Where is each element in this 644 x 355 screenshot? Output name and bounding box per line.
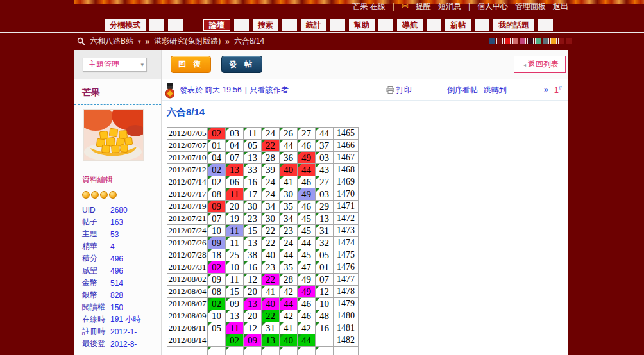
cell-note-corner-icon	[298, 128, 301, 131]
theme-square-5[interactable]	[520, 38, 526, 44]
stat-value: 163	[110, 218, 123, 227]
nav-blank-1[interactable]	[149, 19, 164, 31]
post-title: 六合8/14	[167, 106, 563, 119]
draw-number-cell: 36	[280, 152, 298, 164]
cell-note-corner-icon	[316, 249, 319, 252]
short-messages-link[interactable]: 短消息	[438, 1, 461, 12]
issue-number-cell: 1478	[334, 286, 359, 298]
floor-number: 1#	[554, 85, 562, 95]
cell-note-corner-icon	[298, 201, 301, 204]
draw-number-cell: 42	[280, 286, 298, 298]
nav-forum[interactable]: 論壇	[203, 19, 230, 31]
draw-number-cell: 24	[262, 176, 280, 188]
admin-panel-link[interactable]: 管理面板	[515, 1, 546, 12]
jump-go-arrow[interactable]: »	[544, 85, 548, 94]
draw-number-cell: 11	[226, 188, 244, 201]
cell-note-corner-icon	[262, 213, 266, 216]
draw-number-cell: 02	[208, 128, 226, 140]
table-row: 2012/07/24101115222345311473	[167, 225, 359, 237]
logout-link[interactable]: 退出	[553, 1, 568, 12]
draw-number-cell: 22	[262, 225, 280, 237]
draw-number-cell: 04	[208, 152, 226, 164]
nav-search[interactable]: 搜索	[253, 19, 278, 31]
breadcrumb-section[interactable]: 港彩研究(兔附版路)	[154, 36, 221, 47]
cell-note-corner-icon	[262, 249, 266, 252]
draw-number-cell: 30	[262, 213, 280, 225]
draw-number-cell: 48	[316, 310, 334, 322]
new-post-button[interactable]: 發 帖	[221, 56, 262, 73]
draw-number-cell: 41	[280, 176, 298, 188]
cell-note-corner-icon	[208, 128, 212, 131]
theme-square-6[interactable]	[527, 38, 534, 44]
nav-new-posts[interactable]: 新帖	[445, 19, 471, 31]
reply-button[interactable]: 回 復	[171, 56, 211, 73]
theme-square-4[interactable]	[512, 38, 518, 44]
nav-blank-8[interactable]	[475, 19, 489, 31]
nav-blank-3[interactable]	[234, 19, 249, 31]
theme-square-8[interactable]	[543, 38, 549, 44]
nav-stats[interactable]: 統計	[301, 19, 326, 31]
cell-note-corner-icon	[280, 201, 284, 204]
cell-note-corner-icon	[280, 128, 284, 131]
theme-square-2[interactable]	[496, 38, 503, 44]
theme-square-9[interactable]	[550, 38, 557, 44]
breadcrumb-root[interactable]: 六和八路B站	[90, 36, 133, 47]
profile-edit-link[interactable]: 資料編輯	[82, 174, 155, 185]
cell-note-corner-icon	[226, 128, 230, 131]
reverse-order-link[interactable]: 倒序看帖	[447, 85, 478, 95]
draw-number-cell: 34	[262, 201, 280, 213]
draw-number-cell: 45	[298, 213, 316, 225]
topbar-divider-2: |	[468, 2, 470, 11]
draw-number-cell: 23	[244, 213, 262, 225]
theme-square-1[interactable]	[489, 38, 495, 44]
avatar[interactable]	[83, 109, 144, 161]
remind-link[interactable]: 提醒	[416, 1, 431, 12]
nav-blank-7[interactable]	[427, 19, 441, 31]
nav-blank-4[interactable]	[282, 19, 297, 31]
print-link[interactable]: 打印	[396, 85, 412, 95]
cell-note-corner-icon	[226, 334, 230, 338]
back-caret-icon: ◂	[523, 62, 526, 68]
cell-note-corner-icon	[208, 286, 212, 289]
draw-number-cell: 02	[208, 261, 226, 274]
cell-note-corner-icon	[208, 176, 212, 179]
draw-number-cell: 20	[244, 286, 262, 298]
jump-page-input[interactable]	[513, 85, 538, 95]
back-to-list-button[interactable]: ◂返回列表	[514, 56, 566, 73]
nav-blank-9[interactable]	[538, 19, 553, 31]
nav-navigate[interactable]: 導航	[397, 19, 423, 31]
user-center-link[interactable]: 個人中心	[477, 1, 508, 12]
breadcrumb-separator-2: »	[225, 37, 230, 46]
draw-date-cell: 2012/07/19	[167, 201, 208, 213]
nav-blank-2[interactable]	[168, 19, 183, 31]
author-username[interactable]: 芒果	[82, 87, 155, 99]
draw-number-cell: 44	[280, 249, 298, 261]
cell-note-corner-icon	[298, 249, 301, 252]
draw-number-cell: 05	[244, 140, 262, 152]
nav-blank-6[interactable]	[378, 19, 393, 31]
post-body: 六合8/14 2012/07/050203112426274414652012/…	[162, 101, 568, 355]
topic-manage-dropdown[interactable]: 主題管理 ▾	[83, 58, 147, 72]
draw-number-cell: 22	[262, 140, 280, 152]
draw-number-cell: 10	[208, 310, 226, 322]
draw-number-cell: 19	[226, 213, 244, 225]
nav-blank-5[interactable]	[330, 19, 345, 31]
nav-my-topics[interactable]: 我的話題	[493, 19, 534, 31]
nav-help[interactable]: 幫助	[349, 19, 375, 31]
issue-number-cell: 1473	[334, 225, 359, 237]
cell-note-corner-icon	[316, 298, 319, 301]
issue-number-cell: 1468	[334, 164, 359, 176]
draw-number-cell: 13	[244, 152, 262, 164]
draw-number-cell: 12	[244, 322, 262, 334]
nav-column-mode[interactable]: 分欄模式	[105, 19, 146, 31]
breadcrumb-current[interactable]: 六合8/14	[234, 36, 264, 47]
theme-square-3[interactable]	[504, 38, 511, 44]
draw-number-cell: 44	[298, 334, 316, 347]
cell-note-corner-icon	[208, 152, 212, 155]
theme-square-10[interactable]	[558, 38, 564, 44]
theme-square-7[interactable]	[535, 38, 541, 44]
table-row: 2012/07/14020616244146271469	[167, 176, 359, 188]
view-author-only-link[interactable]: 只看該作者	[250, 85, 289, 95]
theme-square-11[interactable]	[566, 38, 572, 44]
draw-number-cell: 39	[262, 164, 280, 176]
